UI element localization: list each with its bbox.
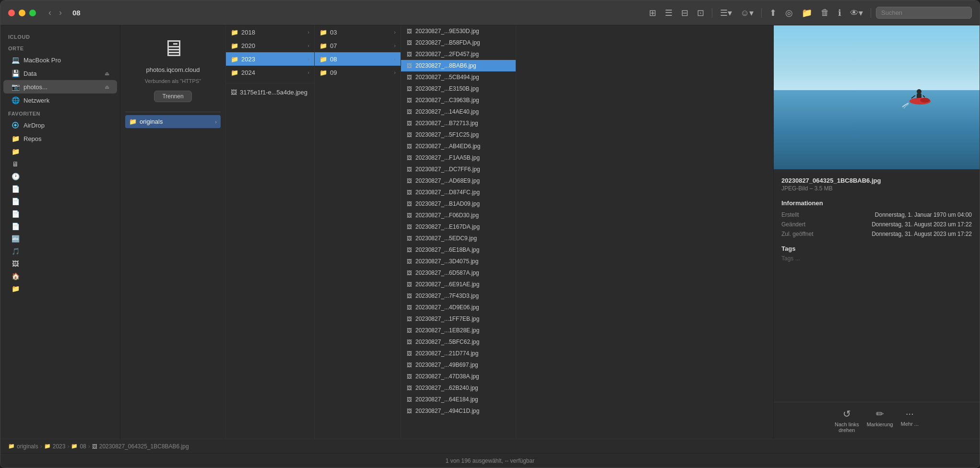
file-item-6[interactable]: 🖼 20230827_...C3963B.jpg [401,94,516,106]
file-item-16[interactable]: 🖼 20230827_...F06D30.jpg [401,210,516,221]
back-button[interactable]: ‹ [46,7,54,19]
file-label-20: 20230827_...3D4075.jpg [415,258,478,265]
sidebar-item-small-11[interactable]: 🏠 [3,270,117,282]
sidebar-item-small-3[interactable]: 🕐 [3,170,117,183]
file-item-15[interactable]: 🖼 20230827_...B1AD09.jpg [401,198,516,210]
sidebar-item-data[interactable]: 💾 Data ⏏ [3,67,117,80]
sidebar-item-small-10[interactable]: 🖼 [3,257,117,270]
sidebar-item-small-7[interactable]: 📄 [3,220,117,233]
file-item-20[interactable]: 🖼 20230827_...3D4075.jpg [401,256,516,267]
preview-button[interactable]: 👁▾ [847,6,866,20]
breadcrumb: 📁 originals › 📁 2023 › 📁 08 › 🖼 20230827… [0,439,980,453]
sidebar-item-airdrop[interactable]: AirDrop [3,118,117,132]
view-icon-button[interactable]: ⊞ [646,6,659,20]
file-item-29[interactable]: 🖼 20230827_...49B697.jpg [401,359,516,371]
info-button[interactable]: ℹ [835,6,844,20]
sidebar-item-small-6[interactable]: 📄 [3,208,117,220]
file-item-21[interactable]: 🖼 20230827_...6D587A.jpg [401,267,516,279]
view-gallery-button[interactable]: ⊡ [694,6,707,20]
year-2018[interactable]: 📁 2018 › [226,25,314,39]
preview-tags-input[interactable]: Tags ... [781,255,972,262]
file-item-1[interactable]: 🖼 20230827_...B58FDA.jpg [401,37,516,48]
file-item-2[interactable]: 🖼 20230827_...2FD457.jpg [401,48,516,60]
sidebar-item-small-5[interactable]: 📄 [3,195,117,208]
file-item-13[interactable]: 🖼 20230827_...AD68E9.jpg [401,175,516,187]
emoji-button[interactable]: ☺▾ [738,6,756,20]
markup-button[interactable]: ✏ Markierung [867,408,893,433]
rotate-left-label: Nach linksdrehen [835,421,859,433]
more-button[interactable]: ··· Mehr ... [901,408,919,433]
breadcrumb-2023[interactable]: 2023 [53,443,66,450]
sidebar-item-small-12[interactable]: 📁 [3,282,117,295]
file-item-27[interactable]: 🖼 20230827_...5BFC62.jpg [401,336,516,348]
breadcrumb-file[interactable]: 20230827_064325_1BC8BAB6.jpg [99,443,189,450]
sidebar-item-small-4[interactable]: 📄 [3,183,117,195]
close-button[interactable] [8,10,15,16]
file-item-25[interactable]: 🖼 20230827_...1FF7EB.jpg [401,313,516,325]
share-button[interactable]: ⬆ [767,6,779,20]
new-folder-button[interactable]: 📁 [799,6,815,20]
file-item-19[interactable]: 🖼 20230827_...6E18BA.jpg [401,244,516,256]
tag-button[interactable]: ◎ [782,6,796,20]
forward-button[interactable]: › [56,7,65,19]
file-item-33[interactable]: 🖼 20230827_...494C1D.jpg [401,405,516,417]
file-item-7[interactable]: 🖼 20230827_...14AE40.jpg [401,106,516,117]
file-item-23[interactable]: 🖼 20230827_...7F43D3.jpg [401,290,516,302]
bc-folder-icon-1: 📁 [44,443,51,449]
rotate-left-button[interactable]: ↺ Nach linksdrehen [835,408,859,433]
sidebar-item-small-9[interactable]: 🎵 [3,245,117,257]
year-2024[interactable]: 📁 2024 › [226,66,314,79]
file-item-28[interactable]: 🖼 20230827_...21D774.jpg [401,348,516,359]
sidebar-item-small-1[interactable]: 📁 [3,145,117,158]
search-input[interactable] [876,7,972,19]
file-item-32[interactable]: 🖼 20230827_...64E184.jpg [401,394,516,405]
delete-button[interactable]: 🗑 [818,6,832,20]
sidebar-item-netzwerk[interactable]: 🌐 Netzwerk [3,94,117,107]
file-label-33: 20230827_...494C1D.jpg [415,408,479,414]
file-item-5[interactable]: 🖼 20230827_...E3150B.jpg [401,83,516,94]
breadcrumb-originals[interactable]: originals [17,443,38,450]
view-columns-button[interactable]: ⊟ [678,6,691,20]
view-list-button[interactable]: ☰ [662,6,675,20]
disconnect-button[interactable]: Trennen [154,91,191,102]
file-item-12[interactable]: 🖼 20230827_...DC7FF6.jpg [401,164,516,175]
file-3175[interactable]: 🖼 3175e1f1-e...5a4de.jpeg [226,85,314,99]
maximize-button[interactable] [29,10,36,16]
sidebar-item-macbook[interactable]: 💻 MacBook Pro [3,53,117,67]
sidebar-item-small-2[interactable]: 🖥 [3,158,117,170]
file-3175-label: 3175e1f1-e...5a4de.jpeg [240,89,307,96]
month-09[interactable]: 📁 09 › [315,66,401,79]
originals-header[interactable]: 📁 originals › [125,115,221,129]
month-07[interactable]: 📁 07 › [315,39,401,52]
file-item-17[interactable]: 🖼 20230827_...E167DA.jpg [401,221,516,233]
month-03[interactable]: 📁 03 › [315,25,401,39]
file-item-8[interactable]: 🖼 20230827_...B72713.jpg [401,117,516,129]
file-item-24[interactable]: 🖼 20230827_...4D9E06.jpg [401,302,516,313]
file-item-11[interactable]: 🖼 20230827_...F1AA5B.jpg [401,152,516,164]
year-2023[interactable]: 📁 2023 › [226,52,314,66]
sidebar-item-repos[interactable]: 📁 Repos [3,132,117,145]
file-label-12: 20230827_...DC7FF6.jpg [415,166,480,173]
file-item-3[interactable]: 🖼 20230827_...8BAB6.jpg [401,60,516,71]
file-item-10[interactable]: 🖼 20230827_...AB4ED6.jpg [401,140,516,152]
breadcrumb-08[interactable]: 08 [80,443,86,450]
file-item-30[interactable]: 🖼 20230827_...47D38A.jpg [401,371,516,382]
file-item-26[interactable]: 🖼 20230827_...1EB28E.jpg [401,325,516,336]
file-icon-2: 🖼 [406,51,413,58]
month-08[interactable]: 📁 08 › [315,52,401,66]
data-eject-icon[interactable]: ⏏ [105,70,109,77]
minimize-button[interactable] [19,10,25,16]
file-item-31[interactable]: 🖼 20230827_...62B240.jpg [401,382,516,394]
view-options-button[interactable]: ☰▾ [717,6,735,20]
file-item-22[interactable]: 🖼 20230827_...6E91AE.jpg [401,279,516,290]
photos-eject-icon[interactable]: ⏏ [105,84,109,90]
file-item-9[interactable]: 🖼 20230827_...5F1C25.jpg [401,129,516,140]
file-item-14[interactable]: 🖼 20230827_...D874FC.jpg [401,187,516,198]
sidebar-item-small-8[interactable]: 🔤 [3,233,117,245]
file-item-4[interactable]: 🖼 20230827_...5CB494.jpg [401,71,516,83]
bc-sep-2: › [67,443,69,450]
file-item-0[interactable]: 🖼 20230827_...9E530D.jpg [401,25,516,37]
year-2020[interactable]: 📁 2020 › [226,39,314,52]
sidebar-item-photos[interactable]: 📷 photos... ⏏ [3,80,117,94]
file-item-18[interactable]: 🖼 20230827_...5EDC9.jpg [401,233,516,244]
